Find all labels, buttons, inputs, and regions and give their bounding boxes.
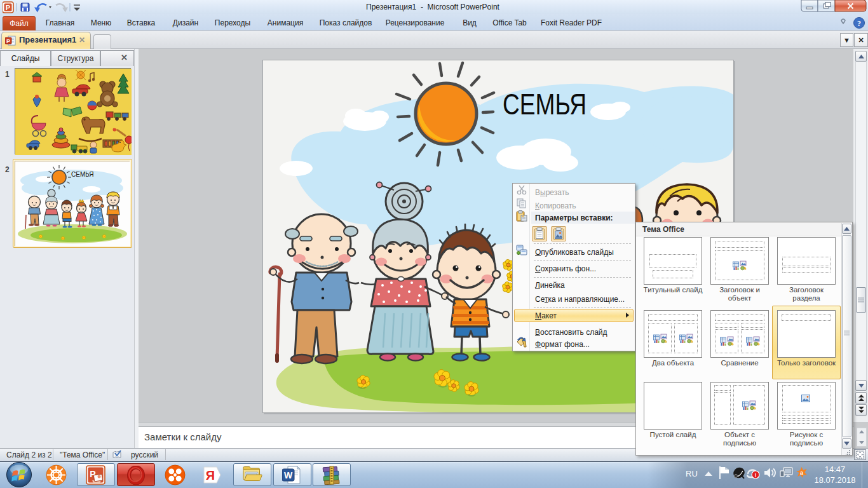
svg-text:P: P <box>6 4 10 11</box>
svg-text:?: ? <box>857 19 861 28</box>
svg-text:СЕМЬЯ: СЕМЬЯ <box>503 87 587 121</box>
svg-text:W: W <box>284 470 293 480</box>
svg-text:P: P <box>90 469 95 479</box>
svg-text:СЕМЬЯ: СЕМЬЯ <box>71 171 94 178</box>
svg-text:Я: Я <box>206 468 215 482</box>
svg-text:P: P <box>6 38 10 44</box>
svg-text:!: ! <box>755 472 757 478</box>
